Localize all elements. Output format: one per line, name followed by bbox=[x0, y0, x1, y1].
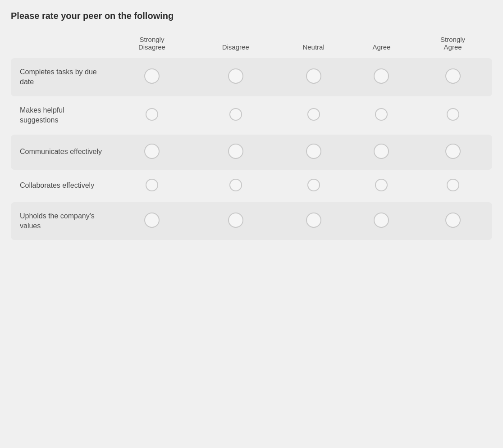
radio-row-4-strongly-agree[interactable] bbox=[447, 179, 459, 191]
empty-header bbox=[11, 32, 110, 58]
cell-row-1-strongly-disagree bbox=[110, 58, 194, 96]
cell-row-1-strongly-agree bbox=[413, 58, 492, 96]
table-row: Makes helpful suggestions bbox=[11, 96, 492, 135]
cell-row-5-agree bbox=[350, 202, 414, 240]
cell-row-3-strongly-disagree bbox=[110, 135, 194, 170]
radio-row-4-strongly-disagree[interactable] bbox=[146, 179, 158, 191]
radio-row-1-disagree[interactable] bbox=[228, 68, 243, 84]
cell-row-1-agree bbox=[350, 58, 414, 96]
cell-row-4-agree bbox=[350, 170, 414, 202]
cell-row-2-strongly-disagree bbox=[110, 96, 194, 135]
cell-row-3-disagree bbox=[194, 135, 278, 170]
radio-row-2-strongly-agree[interactable] bbox=[447, 108, 459, 121]
cell-row-1-disagree bbox=[194, 58, 278, 96]
radio-row-1-strongly-disagree[interactable] bbox=[144, 68, 160, 84]
table-row: Collaborates effectively bbox=[11, 170, 492, 202]
cell-row-2-disagree bbox=[194, 96, 278, 135]
cell-row-2-agree bbox=[350, 96, 414, 135]
cell-row-3-neutral bbox=[278, 135, 350, 170]
col-header-neutral: Neutral bbox=[278, 32, 350, 58]
radio-row-3-disagree[interactable] bbox=[228, 144, 243, 159]
radio-row-1-strongly-agree[interactable] bbox=[445, 68, 461, 84]
survey-container: Please rate your peer on the following S… bbox=[11, 11, 492, 240]
rating-table: StronglyDisagree Disagree Neutral Agree … bbox=[11, 32, 492, 240]
cell-row-5-disagree bbox=[194, 202, 278, 240]
radio-row-5-neutral[interactable] bbox=[306, 213, 321, 228]
radio-row-3-neutral[interactable] bbox=[306, 144, 321, 159]
col-header-strongly-agree: StronglyAgree bbox=[413, 32, 492, 58]
radio-row-5-strongly-disagree[interactable] bbox=[144, 213, 160, 228]
radio-row-2-neutral[interactable] bbox=[307, 108, 320, 121]
radio-row-4-disagree[interactable] bbox=[229, 179, 242, 191]
radio-row-3-strongly-disagree[interactable] bbox=[144, 144, 160, 159]
radio-row-3-strongly-agree[interactable] bbox=[445, 144, 461, 159]
cell-row-4-disagree bbox=[194, 170, 278, 202]
radio-row-5-disagree[interactable] bbox=[228, 213, 243, 228]
cell-row-4-strongly-disagree bbox=[110, 170, 194, 202]
cell-row-2-strongly-agree bbox=[413, 96, 492, 135]
radio-row-4-neutral[interactable] bbox=[307, 179, 320, 191]
cell-row-5-strongly-agree bbox=[413, 202, 492, 240]
cell-row-3-agree bbox=[350, 135, 414, 170]
cell-row-1-neutral bbox=[278, 58, 350, 96]
radio-row-2-disagree[interactable] bbox=[229, 108, 242, 121]
cell-row-4-neutral bbox=[278, 170, 350, 202]
radio-row-3-agree[interactable] bbox=[374, 144, 389, 159]
col-header-disagree: Disagree bbox=[194, 32, 278, 58]
cell-row-2-neutral bbox=[278, 96, 350, 135]
col-header-strongly-disagree: StronglyDisagree bbox=[110, 32, 194, 58]
row-label-row-2: Makes helpful suggestions bbox=[11, 96, 110, 135]
row-label-row-4: Collaborates effectively bbox=[11, 170, 110, 202]
cell-row-3-strongly-agree bbox=[413, 135, 492, 170]
cell-row-5-neutral bbox=[278, 202, 350, 240]
radio-row-4-agree[interactable] bbox=[375, 179, 388, 191]
radio-row-1-agree[interactable] bbox=[374, 68, 389, 84]
radio-row-2-strongly-disagree[interactable] bbox=[146, 108, 158, 121]
col-header-agree: Agree bbox=[350, 32, 414, 58]
table-row: Upholds the company's values bbox=[11, 202, 492, 240]
cell-row-4-strongly-agree bbox=[413, 170, 492, 202]
radio-row-5-agree[interactable] bbox=[374, 213, 389, 228]
table-row: Communicates effectively bbox=[11, 135, 492, 170]
radio-row-5-strongly-agree[interactable] bbox=[445, 213, 461, 228]
survey-title: Please rate your peer on the following bbox=[11, 11, 492, 21]
cell-row-5-strongly-disagree bbox=[110, 202, 194, 240]
row-label-row-3: Communicates effectively bbox=[11, 135, 110, 170]
row-label-row-1: Completes tasks by due date bbox=[11, 58, 110, 96]
table-row: Completes tasks by due date bbox=[11, 58, 492, 96]
table-header-row: StronglyDisagree Disagree Neutral Agree … bbox=[11, 32, 492, 58]
row-label-row-5: Upholds the company's values bbox=[11, 202, 110, 240]
radio-row-1-neutral[interactable] bbox=[306, 68, 321, 84]
radio-row-2-agree[interactable] bbox=[375, 108, 388, 121]
